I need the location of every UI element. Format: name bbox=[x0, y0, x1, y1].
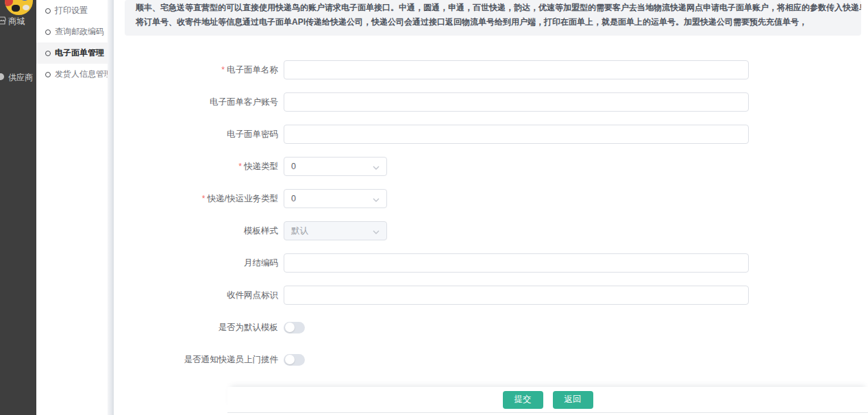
field-control-ewaybill-password bbox=[284, 125, 749, 144]
monthly-code-input[interactable] bbox=[284, 253, 749, 273]
sidebar-item-sender-info-management[interactable]: 发货人信息管理 bbox=[36, 64, 108, 85]
field-control-notify-courier bbox=[284, 354, 305, 366]
form-row-notify-courier: 是否通知快递员上门揽件 bbox=[114, 350, 868, 369]
menu-item-label: 查询邮政编码 bbox=[55, 26, 104, 38]
circle-icon bbox=[45, 8, 51, 14]
default-template-toggle[interactable] bbox=[284, 322, 305, 334]
customer-account-input[interactable] bbox=[284, 92, 749, 112]
submenu-list: 打印设置查询邮政编码电子面单管理发货人信息管理 bbox=[36, 0, 108, 85]
form-row-express-type: *快递类型0 bbox=[114, 157, 868, 176]
field-label-notify-courier: 是否通知快递员上门揽件 bbox=[114, 354, 278, 366]
field-label-monthly-code: 月结编码 bbox=[114, 257, 278, 269]
form-row-template-style: 模板样式默认 bbox=[114, 221, 868, 240]
field-label-default-template: 是否为默认模板 bbox=[114, 322, 278, 334]
field-control-default-template bbox=[284, 322, 305, 334]
field-control-monthly-code bbox=[284, 253, 749, 273]
form-row-ewaybill-name: *电子面单名称 bbox=[114, 60, 868, 79]
supplier-icon bbox=[0, 73, 6, 83]
select-value: 默认 bbox=[291, 225, 373, 237]
footer-bar: 提交 返回 bbox=[227, 387, 868, 413]
field-control-business-type: 0 bbox=[284, 189, 387, 208]
required-asterisk: * bbox=[221, 65, 225, 75]
submit-button[interactable]: 提交 bbox=[503, 391, 543, 409]
toggle-knob bbox=[285, 323, 295, 332]
field-label-ewaybill-name: *电子面单名称 bbox=[114, 64, 278, 76]
ewaybill-password-input[interactable] bbox=[284, 125, 749, 144]
notice-line-1: 顺丰、宅急送等直营型的可以直接使用快递鸟的账户请求电子面单接口。中通，圆通，申通… bbox=[136, 1, 850, 15]
form-row-default-template: 是否为默认模板 bbox=[114, 318, 868, 337]
form-row-customer-account: 电子面单客户账号 bbox=[114, 92, 868, 112]
form-row-business-type: *快递/快运业务类型0 bbox=[114, 189, 868, 208]
field-control-branch-code bbox=[284, 286, 749, 305]
notify-courier-toggle[interactable] bbox=[284, 354, 305, 366]
menu-item-label: 电子面单管理 bbox=[55, 47, 104, 59]
circle-icon bbox=[45, 29, 51, 35]
field-label-template-style: 模板样式 bbox=[114, 225, 278, 237]
field-control-customer-account bbox=[284, 92, 749, 112]
business-type-select[interactable]: 0 bbox=[284, 189, 387, 208]
menu-item-label: 发货人信息管理 bbox=[55, 68, 112, 80]
ewaybill-form: *电子面单名称电子面单客户账号电子面单密码*快递类型0*快递/快运业务类型0模板… bbox=[114, 60, 868, 369]
primary-sidebar: 商城 供应商 bbox=[0, 0, 36, 415]
form-row-branch-code: 收件网点标识 bbox=[114, 286, 868, 305]
back-button[interactable]: 返回 bbox=[553, 391, 593, 409]
chevron-down-icon bbox=[373, 225, 380, 237]
form-row-ewaybill-password: 电子面单密码 bbox=[114, 125, 868, 144]
field-label-branch-code: 收件网点标识 bbox=[114, 290, 278, 301]
select-value: 0 bbox=[291, 194, 373, 203]
form-row-monthly-code: 月结编码 bbox=[114, 253, 868, 273]
field-control-template-style: 默认 bbox=[284, 221, 387, 240]
branch-code-input[interactable] bbox=[284, 286, 749, 305]
sidebar-item-postal-code-query[interactable]: 查询邮政编码 bbox=[36, 21, 108, 42]
circle-icon bbox=[45, 51, 51, 56]
required-asterisk: * bbox=[238, 162, 242, 171]
sidebar-item-label: 商城 bbox=[8, 16, 25, 27]
menu-item-label: 打印设置 bbox=[55, 5, 88, 16]
notice-box: 顺丰、宅急送等直营型的可以直接使用快递鸟的账户请求电子面单接口。中通，圆通，申通… bbox=[125, 0, 861, 36]
template-style-select[interactable]: 默认 bbox=[284, 221, 387, 240]
field-label-business-type: *快递/快运业务类型 bbox=[114, 193, 278, 205]
toggle-knob bbox=[285, 355, 295, 364]
main-content: 顺丰、宅急送等直营型的可以直接使用快递鸟的账户请求电子面单接口。中通，圆通，申通… bbox=[114, 0, 868, 415]
store-icon bbox=[0, 16, 6, 27]
sidebar-item-print-settings[interactable]: 打印设置 bbox=[36, 0, 108, 21]
ewaybill-name-input[interactable] bbox=[284, 60, 749, 79]
sidebar-item-mall[interactable]: 商城 bbox=[0, 12, 36, 30]
field-control-express-type: 0 bbox=[284, 157, 387, 176]
sidebar-item-ewaybill-management[interactable]: 电子面单管理 bbox=[36, 42, 108, 64]
required-asterisk: * bbox=[202, 194, 206, 203]
field-label-express-type: *快递类型 bbox=[114, 161, 278, 173]
secondary-sidebar: 打印设置查询邮政编码电子面单管理发货人信息管理 bbox=[36, 0, 108, 415]
select-value: 0 bbox=[291, 162, 373, 171]
express-type-select[interactable]: 0 bbox=[284, 157, 387, 176]
field-label-customer-account: 电子面单客户账号 bbox=[114, 97, 278, 108]
circle-icon bbox=[45, 72, 51, 77]
chevron-down-icon bbox=[373, 160, 380, 173]
sidebar-item-label: 供应商 bbox=[8, 72, 33, 84]
sidebar-item-supplier[interactable]: 供应商 bbox=[0, 68, 36, 86]
field-label-ewaybill-password: 电子面单密码 bbox=[114, 129, 278, 140]
notice-line-2: 将订单号、收寄件地址等信息通过电子面单API传递给快递公司，快递公司会通过接口返… bbox=[136, 15, 850, 29]
field-control-ewaybill-name bbox=[284, 60, 749, 79]
app-window: 商城 供应商 打印设置查询邮政编码电子面单管理发货人信息管理 顺丰、宅急送等直营… bbox=[0, 0, 868, 415]
chevron-down-icon bbox=[373, 192, 380, 205]
scrollbar[interactable] bbox=[108, 0, 114, 415]
